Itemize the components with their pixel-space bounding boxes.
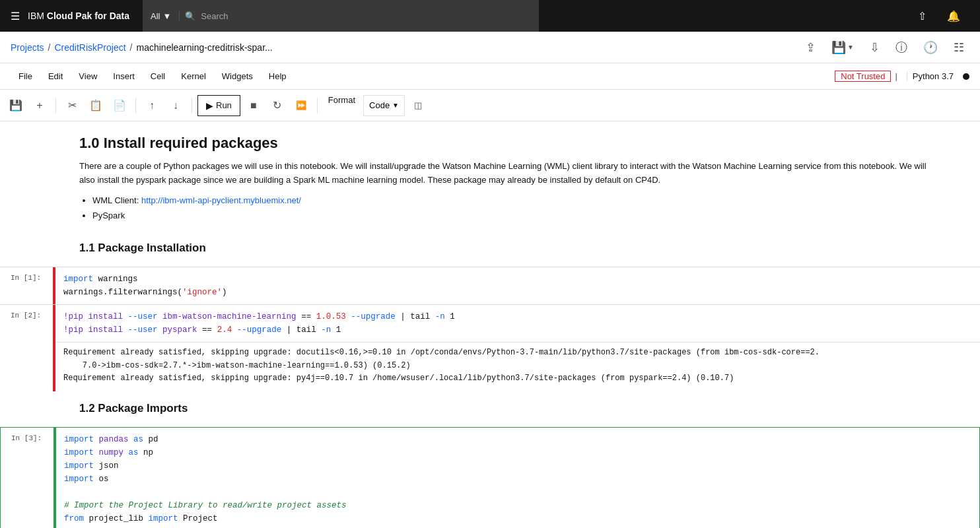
cell-3-label: In [3]: [1, 428, 53, 528]
breadcrumb-actions: ⇪ 💾 ▼ ⇩ ⓘ 🕐 ☷ [800, 37, 969, 58]
cell-2-label: In [2]: [0, 305, 53, 391]
chevron-down-icon: ▼ [392, 102, 399, 109]
settings-button[interactable]: ☷ [948, 37, 969, 58]
save-button[interactable]: 💾 [5, 95, 26, 116]
move-down-button[interactable]: ↓ [165, 95, 186, 116]
cell-3-line-6: from project_lib import Project [64, 512, 971, 525]
toolbar-divider-1 [55, 98, 56, 114]
breadcrumb-project-name[interactable]: CreditRiskProject [54, 42, 125, 53]
wml-client-link[interactable]: http://ibm-wml-api-pyclient.mybluemix.ne… [141, 195, 301, 205]
toolbar-divider-2 [135, 98, 136, 114]
cut-cell-button[interactable]: ✂ [61, 95, 83, 116]
menu-cell[interactable]: Cell [143, 63, 173, 90]
python-version-label: Python 3.7 [907, 71, 959, 81]
hamburger-icon[interactable]: ☰ [11, 10, 20, 22]
stop-button[interactable]: ■ [243, 95, 264, 116]
toolbar-divider-4 [317, 98, 318, 114]
brand-logo: IBM Cloud Pak for Data [28, 11, 129, 21]
restart-run-all-button[interactable]: ⏩ [291, 95, 312, 116]
cell-3-blank [64, 486, 971, 499]
toolbar-divider-3 [192, 98, 192, 114]
breadcrumb-sep2: / [130, 42, 133, 53]
section-1-0-intro: There are a couple of Python packages we… [79, 160, 927, 187]
cell-2-output: Requirement already satisfied, skipping … [55, 342, 980, 391]
menu-bar: File Edit View Insert Cell Kernel Widget… [0, 63, 980, 90]
section-1-2: 1.2 Package Imports [0, 391, 980, 427]
add-cell-button[interactable]: + [29, 95, 50, 116]
cell-2-code[interactable]: !pip install --user ibm-watson-machine-l… [55, 305, 980, 342]
run-icon: ▶ [206, 100, 213, 111]
section-1-0: 1.0 Install required packages There are … [0, 121, 980, 235]
list-item-pyspark: PySpark [92, 208, 927, 223]
breadcrumb-projects[interactable]: Projects [11, 42, 44, 53]
cell-3-line-1: import pandas as pd [64, 433, 971, 446]
menu-file[interactable]: File [11, 63, 40, 90]
save-versions-button[interactable]: 💾 ▼ [826, 37, 859, 58]
menu-view[interactable]: View [71, 63, 105, 90]
cell-1-code[interactable]: import warnings warnings.filterwarnings(… [55, 267, 980, 304]
chevron-down-icon: ▼ [847, 44, 854, 51]
cell-2-line-2: !pip install --user pyspark == 2.4 --upg… [63, 323, 972, 337]
cell-2-line-1: !pip install --user ibm-watson-machine-l… [63, 310, 972, 323]
cell-1-line-2: warnings.filterwarnings('ignore') [63, 286, 972, 299]
cell-3-line-7: project = Project.access() [64, 525, 971, 528]
notifications-button[interactable]: 🔔 [938, 0, 969, 32]
move-up-button[interactable]: ↑ [141, 95, 162, 116]
cell-2-out-1: Requirement already satisfied, skipping … [63, 346, 972, 372]
toolbar: 💾 + ✂ 📋 📄 ↑ ↓ ▶ Run ■ ↻ ⏩ Format Code ▼ … [0, 90, 980, 121]
cell-3-code[interactable]: import pandas as pd import numpy as np i… [56, 428, 979, 528]
notebook-content: 1.0 Install required packages There are … [0, 121, 980, 528]
menu-widgets[interactable]: Widgets [214, 63, 261, 90]
cell-3-comment: # Import the Project Library to read/wri… [64, 499, 971, 512]
list-item-wml: WML Client: http://ibm-wml-api-pyclient.… [92, 193, 927, 208]
history-button[interactable]: 🕐 [918, 37, 943, 58]
cell-1-label: In [1]: [0, 267, 53, 304]
cell-2-wrapper: In [2]: !pip install --user ibm-watson-m… [0, 304, 980, 391]
kernel-status-icon [963, 73, 969, 80]
cell-3-line-4: import os [64, 473, 971, 486]
cell-3-line-3: import json [64, 459, 971, 473]
top-nav: ☰ IBM Cloud Pak for Data All ▼ 🔍 Search … [0, 0, 980, 32]
cell-3-line-2: import numpy as np [64, 446, 971, 459]
breadcrumb-notebook: machinelearning-creditrisk-spar... [137, 42, 273, 53]
cell-1-wrapper: In [1]: import warnings warnings.filterw… [0, 267, 980, 304]
paste-cell-button[interactable]: 📄 [109, 95, 130, 116]
restart-button[interactable]: ↻ [267, 95, 288, 116]
download-button[interactable]: ⇩ [864, 37, 885, 58]
section-1-0-list: WML Client: http://ibm-wml-api-pyclient.… [79, 193, 927, 224]
section-1-0-title: 1.0 Install required packages [79, 135, 927, 152]
share-button[interactable]: ⇪ [800, 37, 821, 58]
breadcrumb-sep1: / [48, 42, 51, 53]
search-icon: 🔍 [185, 11, 195, 21]
cell-2-body[interactable]: !pip install --user ibm-watson-machine-l… [53, 305, 980, 391]
cell-3-body[interactable]: import pandas as pd import numpy as np i… [53, 428, 979, 528]
cell-type-select[interactable]: Code ▼ [363, 95, 405, 116]
keyboard-shortcuts-button[interactable]: ◫ [407, 95, 429, 116]
format-label: Format [323, 95, 361, 116]
info-button[interactable]: ⓘ [890, 37, 913, 58]
menu-help[interactable]: Help [261, 63, 295, 90]
search-bar[interactable]: All ▼ 🔍 Search [143, 0, 539, 32]
section-1-1: 1.1 Package Installation [0, 235, 980, 267]
breadcrumb-bar: Projects / CreditRiskProject / machinele… [0, 32, 980, 63]
search-scope-dropdown[interactable]: All ▼ [151, 11, 180, 21]
chevron-down-icon: ▼ [162, 11, 171, 21]
cell-1-line-1: import warnings [63, 273, 972, 286]
menu-edit[interactable]: Edit [40, 63, 71, 90]
run-button[interactable]: ▶ Run [197, 95, 240, 116]
section-1-1-title: 1.1 Package Installation [79, 242, 927, 255]
cell-3-wrapper: In [3]: import pandas as pd import numpy… [0, 427, 980, 528]
search-input-area[interactable]: 🔍 Search [185, 11, 531, 21]
menu-kernel[interactable]: Kernel [173, 63, 214, 90]
section-1-2-title: 1.2 Package Imports [79, 402, 927, 415]
upload-button[interactable]: ⇧ [906, 0, 938, 32]
copy-cell-button[interactable]: 📋 [85, 95, 106, 116]
cell-2-out-2: Requirement already satisfied, skipping … [63, 372, 972, 385]
menu-insert[interactable]: Insert [105, 63, 143, 90]
top-nav-actions: ⇧ 🔔 [906, 0, 969, 32]
cell-1-body[interactable]: import warnings warnings.filterwarnings(… [53, 267, 980, 304]
not-trusted-badge: Not Trusted [835, 71, 891, 82]
